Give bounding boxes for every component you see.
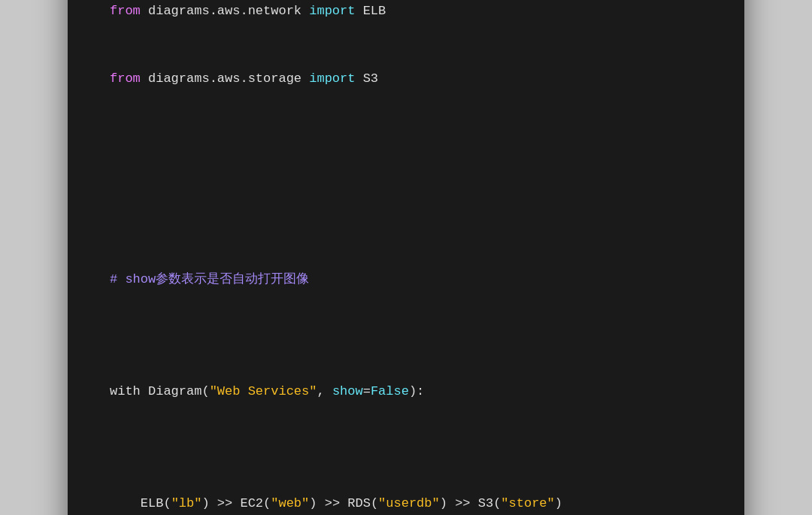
str-web-1: "web"	[271, 496, 309, 510]
keyword-import-5: import	[309, 71, 355, 86]
blank-line-1	[110, 157, 702, 180]
comment-text: # show参数表示是否自动打开图像	[110, 272, 309, 286]
op-1a: ) >> EC2(	[201, 496, 271, 510]
str-store-1: "store"	[501, 496, 554, 510]
import-line-4: from diagrams.aws.network import ELB	[110, 0, 702, 23]
diagram-comma: ,	[317, 384, 332, 398]
str-userdb-1: "userdb"	[378, 496, 440, 510]
close-1: )	[555, 496, 562, 510]
elb-call-1: ELB(	[141, 496, 171, 510]
diagram-call-open: Diagram(	[141, 384, 210, 398]
keyword-show: show	[332, 384, 363, 398]
eq-sign: =	[363, 384, 371, 398]
keyword-with: with	[110, 384, 141, 398]
comment-line: # show参数表示是否自动打开图像	[110, 268, 702, 291]
name-5: S3	[355, 71, 378, 86]
str-lb-1: "lb"	[171, 496, 202, 510]
keyword-false: False	[371, 384, 409, 398]
keyword-from-4: from	[110, 4, 141, 18]
name-4: ELB	[355, 4, 386, 18]
module-4: diagrams.aws.network	[141, 4, 309, 18]
with-line: with Diagram("Web Services", show=False)…	[110, 380, 702, 403]
op-1b: ) >> RDS(	[309, 496, 378, 510]
keyword-from-5: from	[110, 71, 141, 86]
with-close: ):	[409, 384, 424, 398]
module-5: diagrams.aws.storage	[141, 71, 309, 86]
code-content: from diagrams import Diagram from diagra…	[110, 0, 702, 515]
import-line-5: from diagrams.aws.storage import S3	[110, 68, 702, 90]
indent-1	[110, 496, 141, 510]
code-editor-window: from diagrams import Diagram from diagra…	[68, 0, 744, 515]
keyword-import-4: import	[309, 4, 355, 18]
body-line-1: ELB("lb") >> EC2("web") >> RDS("userdb")…	[110, 492, 702, 515]
diagram-string-arg: "Web Services"	[210, 384, 317, 398]
op-1c: ) >> S3(	[440, 496, 501, 510]
